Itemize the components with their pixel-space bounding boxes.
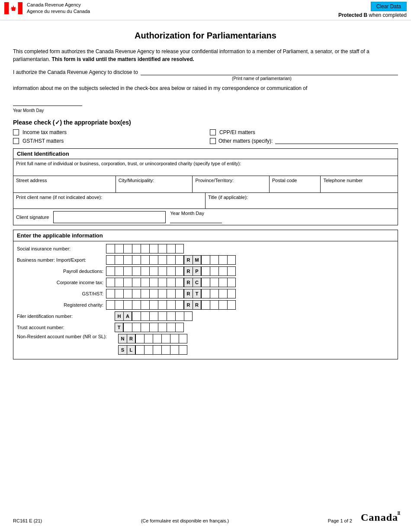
sl-1[interactable] — [135, 345, 144, 355]
gst-5[interactable] — [141, 289, 149, 298]
pr-e2[interactable] — [210, 266, 218, 276]
bn-im-e3[interactable] — [218, 255, 227, 265]
ch-e1[interactable] — [201, 300, 210, 310]
bn-im-7[interactable] — [158, 255, 167, 265]
gst-e4[interactable] — [227, 289, 236, 298]
pr-e3[interactable] — [218, 266, 227, 276]
gst-1[interactable] — [106, 289, 115, 298]
bn-im-8[interactable] — [167, 255, 175, 265]
filer-3[interactable] — [149, 311, 158, 321]
sin-box-7[interactable] — [158, 244, 167, 253]
parliamentarian-name-input[interactable] — [141, 68, 398, 75]
nr-6[interactable] — [179, 334, 187, 343]
sin-box-6[interactable] — [149, 244, 158, 253]
pr-e1[interactable] — [201, 266, 210, 276]
pr-2[interactable] — [115, 266, 123, 276]
checkbox-cpp-ei-box[interactable] — [210, 129, 216, 135]
full-name-input[interactable] — [16, 168, 395, 174]
pr-8[interactable] — [167, 266, 175, 276]
nr-1[interactable] — [135, 334, 144, 343]
checkbox-income-tax-box[interactable] — [13, 129, 19, 135]
ch-5[interactable] — [141, 300, 149, 310]
trust-3[interactable] — [141, 323, 149, 332]
trust-7[interactable] — [175, 323, 184, 332]
bn-im-3[interactable] — [123, 255, 132, 265]
sig-date-input[interactable] — [170, 217, 222, 223]
bn-im-e4[interactable] — [227, 255, 236, 265]
ch-4[interactable] — [132, 300, 141, 310]
bn-im-5[interactable] — [141, 255, 149, 265]
filer-2[interactable] — [141, 311, 149, 321]
pr-1[interactable] — [106, 266, 115, 276]
checkbox-gst-hst-box[interactable] — [13, 138, 19, 144]
sl-3[interactable] — [153, 345, 161, 355]
client-name-input[interactable] — [16, 201, 202, 207]
filer-1[interactable] — [132, 311, 141, 321]
trust-1[interactable] — [123, 323, 132, 332]
city-input[interactable] — [119, 185, 190, 191]
ct-6[interactable] — [149, 278, 158, 287]
bn-im-1[interactable] — [106, 255, 115, 265]
nr-3[interactable] — [153, 334, 161, 343]
gst-e2[interactable] — [210, 289, 218, 298]
ct-e4[interactable] — [227, 278, 236, 287]
sin-box-4[interactable] — [132, 244, 141, 253]
bn-im-4[interactable] — [132, 255, 141, 265]
ch-e2[interactable] — [210, 300, 218, 310]
gst-e3[interactable] — [218, 289, 227, 298]
ct-e1[interactable] — [201, 278, 210, 287]
ct-e2[interactable] — [210, 278, 218, 287]
ch-e4[interactable] — [227, 300, 236, 310]
bn-im-6[interactable] — [149, 255, 158, 265]
bn-im-e1[interactable] — [201, 255, 210, 265]
ch-1[interactable] — [106, 300, 115, 310]
sin-box-9[interactable] — [175, 244, 184, 253]
ch-8[interactable] — [167, 300, 175, 310]
clear-data-button[interactable]: Clear Data — [371, 2, 407, 11]
sl-4[interactable] — [161, 345, 170, 355]
pr-7[interactable] — [158, 266, 167, 276]
sin-box-1[interactable] — [106, 244, 115, 253]
sl-5[interactable] — [170, 345, 179, 355]
ch-2[interactable] — [115, 300, 123, 310]
sl-6[interactable] — [179, 345, 187, 355]
pr-6[interactable] — [149, 266, 158, 276]
ch-3[interactable] — [123, 300, 132, 310]
pr-4[interactable] — [132, 266, 141, 276]
title-input[interactable] — [208, 201, 395, 207]
trust-2[interactable] — [132, 323, 141, 332]
nr-4[interactable] — [161, 334, 170, 343]
ct-9[interactable] — [175, 278, 184, 287]
gst-e1[interactable] — [201, 289, 210, 298]
gst-3[interactable] — [123, 289, 132, 298]
bn-im-9[interactable] — [175, 255, 184, 265]
sin-box-8[interactable] — [167, 244, 175, 253]
other-matters-input[interactable] — [275, 138, 398, 144]
ct-3[interactable] — [123, 278, 132, 287]
ch-9[interactable] — [175, 300, 184, 310]
sin-box-5[interactable] — [141, 244, 149, 253]
trust-5[interactable] — [158, 323, 167, 332]
pr-9[interactable] — [175, 266, 184, 276]
gst-2[interactable] — [115, 289, 123, 298]
ct-5[interactable] — [141, 278, 149, 287]
province-input[interactable] — [195, 185, 267, 191]
sl-2[interactable] — [144, 345, 153, 355]
ct-8[interactable] — [167, 278, 175, 287]
gst-4[interactable] — [132, 289, 141, 298]
bn-im-2[interactable] — [115, 255, 123, 265]
signature-box[interactable] — [53, 211, 166, 223]
pr-3[interactable] — [123, 266, 132, 276]
phone-input[interactable] — [323, 185, 395, 191]
ch-6[interactable] — [149, 300, 158, 310]
filer-4[interactable] — [158, 311, 167, 321]
trust-6[interactable] — [167, 323, 175, 332]
postal-input[interactable] — [272, 185, 318, 191]
nr-5[interactable] — [170, 334, 179, 343]
street-input[interactable] — [16, 185, 113, 191]
pr-e4[interactable] — [227, 266, 236, 276]
gst-7[interactable] — [158, 289, 167, 298]
checkbox-other-box[interactable] — [210, 138, 216, 144]
ct-e3[interactable] — [218, 278, 227, 287]
ct-4[interactable] — [132, 278, 141, 287]
